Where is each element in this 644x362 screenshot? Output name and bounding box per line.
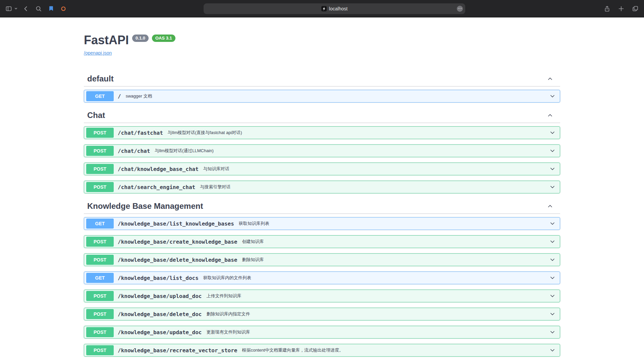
operation-list: POST /chat/fastchat 与llm模型对话(直接与fastchat… — [84, 123, 560, 193]
extension-record-icon[interactable] — [60, 6, 66, 12]
method-badge: POST — [86, 291, 114, 301]
chevron-down-icon[interactable] — [549, 275, 556, 281]
section-header[interactable]: default — [84, 71, 560, 86]
operation-description: 根据content中文档重建向量库，流式输出处理进度。 — [242, 347, 343, 353]
operation-path: / — [118, 93, 121, 100]
operation-row[interactable]: GET / swagger 文档 — [84, 90, 560, 103]
operation-description: 获取知识库列表 — [239, 221, 269, 227]
operation-row[interactable]: POST /chat/chat 与llm模型对话(通过LLMChain) — [84, 144, 560, 157]
operation-row[interactable]: POST /knowledge_base/update_doc 更新现有文件到知… — [84, 326, 560, 339]
method-badge: POST — [86, 128, 114, 138]
chevron-down-icon[interactable] — [549, 220, 556, 227]
operation-list: GET /knowledge_base/list_knowledge_bases… — [84, 214, 560, 357]
tab-overview-icon[interactable] — [632, 5, 639, 12]
swagger-page: FastAPI 0.1.0 OAS 3.1 /openapi.json defa… — [84, 17, 560, 357]
chevron-down-icon[interactable] — [549, 293, 556, 299]
section-title: Knowledge Base Management — [87, 201, 203, 211]
operation-path: /knowledge_base/list_knowledge_bases — [118, 221, 234, 227]
operation-path: /chat/knowledge_base_chat — [118, 166, 199, 172]
openapi-spec-link[interactable]: /openapi.json — [84, 50, 112, 56]
operation-row[interactable]: POST /knowledge_base/upload_doc 上传文件到知识库 — [84, 290, 560, 302]
operation-row[interactable]: POST /knowledge_base/recreate_vector_sto… — [84, 344, 560, 357]
sidebar-chevron-down-icon[interactable] — [14, 7, 18, 10]
new-tab-icon[interactable] — [618, 5, 625, 12]
toolbar-right-group — [596, 5, 639, 12]
browser-toolbar: localhost ⋯ — [0, 0, 644, 17]
api-sections: default GET / swagger 文档 Chat POST /chat… — [84, 71, 560, 357]
chevron-down-icon[interactable] — [549, 147, 556, 154]
operation-row[interactable]: POST /knowledge_base/delete_doc 删除知识库内指定… — [84, 308, 560, 320]
operation-path: /knowledge_base/create_knowledge_base — [118, 239, 237, 245]
method-badge: POST — [86, 255, 114, 265]
operation-row[interactable]: POST /chat/search_engine_chat 与搜索引擎对话 — [84, 181, 560, 193]
chevron-down-icon[interactable] — [549, 184, 556, 190]
back-icon[interactable] — [22, 5, 29, 12]
version-badge: 0.1.0 — [132, 35, 149, 42]
share-icon[interactable] — [604, 5, 610, 12]
chevron-down-icon[interactable] — [549, 166, 556, 172]
chevron-up-icon[interactable] — [547, 75, 553, 82]
chevron-down-icon[interactable] — [549, 238, 556, 245]
site-favicon — [321, 6, 327, 11]
chevron-down-icon[interactable] — [549, 329, 556, 336]
method-badge: POST — [86, 327, 114, 337]
address-bar[interactable]: localhost ⋯ — [204, 3, 465, 14]
toolbar-left-group — [5, 5, 72, 12]
operation-path: /knowledge_base/delete_doc — [118, 311, 202, 317]
chevron-down-icon[interactable] — [549, 311, 556, 317]
method-badge: POST — [86, 182, 114, 192]
method-badge: POST — [86, 345, 114, 355]
more-options-icon[interactable]: ⋯ — [457, 6, 463, 12]
operation-description: 与搜索引擎对话 — [200, 184, 230, 190]
operation-description: swagger 文档 — [126, 93, 152, 99]
operation-description: 与llm模型对话(直接与fastchat api对话) — [168, 130, 242, 136]
operation-path: /chat/search_engine_chat — [118, 184, 195, 190]
api-section: default GET / swagger 文档 — [84, 71, 560, 103]
api-title-text: FastAPI — [84, 33, 129, 48]
operation-list: GET / swagger 文档 — [84, 86, 560, 103]
sidebar-toggle-icon[interactable] — [5, 5, 12, 12]
chevron-down-icon[interactable] — [549, 129, 556, 136]
section-header[interactable]: Knowledge Base Management — [84, 199, 560, 214]
operation-path: /knowledge_base/recreate_vector_store — [118, 347, 237, 354]
section-title: Chat — [87, 111, 105, 120]
chevron-down-icon[interactable] — [549, 93, 556, 100]
operation-description: 删除知识库内指定文件 — [206, 311, 250, 317]
operation-description: 上传文件到知识库 — [206, 293, 241, 299]
operation-row[interactable]: GET /knowledge_base/list_knowledge_bases… — [84, 217, 560, 230]
extension-bookmark-icon[interactable] — [48, 5, 54, 12]
method-badge: GET — [86, 91, 114, 101]
method-badge: GET — [86, 219, 114, 229]
chevron-down-icon[interactable] — [549, 347, 556, 354]
operation-path: /knowledge_base/delete_knowledge_base — [118, 257, 237, 263]
toolbar-center: localhost ⋯ — [72, 3, 596, 14]
search-icon[interactable] — [35, 5, 42, 12]
operation-description: 与知识库对话 — [203, 166, 229, 172]
operation-row[interactable]: POST /chat/fastchat 与llm模型对话(直接与fastchat… — [84, 126, 560, 139]
operation-path: /knowledge_base/upload_doc — [118, 293, 202, 299]
method-badge: POST — [86, 164, 114, 174]
chevron-up-icon[interactable] — [547, 203, 553, 209]
operation-path: /chat/fastchat — [118, 130, 163, 136]
operation-description: 创建知识库 — [242, 239, 264, 245]
method-badge: GET — [86, 273, 114, 283]
chevron-up-icon[interactable] — [547, 112, 553, 119]
operation-row[interactable]: POST /chat/knowledge_base_chat 与知识库对话 — [84, 163, 560, 175]
method-badge: POST — [86, 237, 114, 247]
api-section: Chat POST /chat/fastchat 与llm模型对话(直接与fas… — [84, 108, 560, 193]
section-header[interactable]: Chat — [84, 108, 560, 123]
operation-path: /knowledge_base/list_docs — [118, 275, 199, 281]
section-title: default — [87, 74, 114, 83]
operation-row[interactable]: POST /knowledge_base/delete_knowledge_ba… — [84, 253, 560, 266]
api-info: FastAPI 0.1.0 OAS 3.1 /openapi.json — [84, 33, 560, 56]
operation-description: 删除知识库 — [242, 257, 264, 263]
chevron-down-icon[interactable] — [549, 256, 556, 263]
api-section: Knowledge Base Management GET /knowledge… — [84, 199, 560, 357]
operation-path: /knowledge_base/update_doc — [118, 329, 202, 336]
page-title: FastAPI 0.1.0 OAS 3.1 — [84, 33, 560, 48]
method-badge: POST — [86, 146, 114, 156]
operation-description: 获取知识库内的文件列表 — [203, 275, 251, 281]
url-text: localhost — [329, 6, 347, 11]
operation-row[interactable]: GET /knowledge_base/list_docs 获取知识库内的文件列… — [84, 272, 560, 284]
operation-row[interactable]: POST /knowledge_base/create_knowledge_ba… — [84, 235, 560, 248]
